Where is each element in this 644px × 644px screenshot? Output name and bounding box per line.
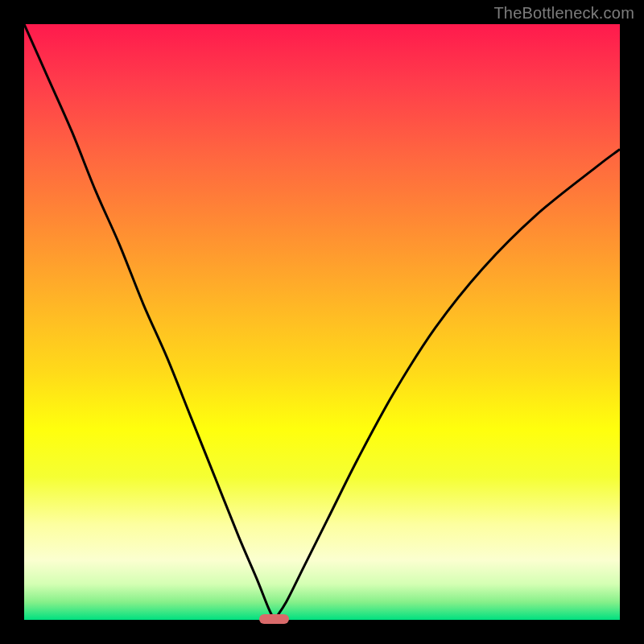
chart-frame: TheBottleneck.com: [0, 0, 644, 644]
bottleneck-curve: [24, 24, 620, 620]
attribution-label: TheBottleneck.com: [493, 4, 634, 23]
optimal-marker: [259, 614, 289, 624]
right-branch-path: [275, 149, 620, 620]
plot-area: [24, 24, 620, 620]
left-branch-path: [24, 24, 275, 620]
